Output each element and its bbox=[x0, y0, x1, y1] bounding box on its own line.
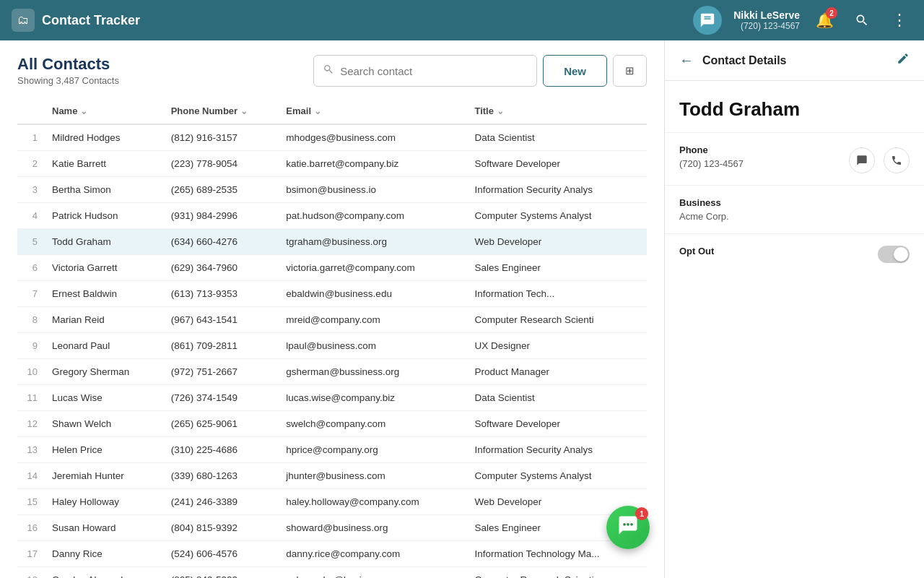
phone-row: Phone (720) 123-4567 bbox=[679, 144, 910, 173]
table-row[interactable]: 7 Ernest Baldwin (613) 713-9353 ebaldwin… bbox=[17, 281, 647, 307]
row-title: Sales Engineer bbox=[468, 255, 647, 281]
table-row[interactable]: 13 Helen Price (310) 225-4686 hprice@com… bbox=[17, 437, 647, 463]
right-panel: ← Contact Details Todd Graham Phone (720… bbox=[664, 40, 924, 578]
row-num: 5 bbox=[17, 229, 46, 255]
row-email: gsherman@bussiness.org bbox=[280, 359, 468, 385]
table-row[interactable]: 8 Marian Reid (967) 643-1541 mreid@compa… bbox=[17, 307, 647, 333]
table-row[interactable]: 18 Carolyn Alexander (805) 849-5902 cale… bbox=[17, 567, 647, 579]
new-contact-button[interactable]: New bbox=[543, 55, 607, 87]
svg-point-3 bbox=[623, 522, 626, 525]
row-phone: (812) 916-3157 bbox=[165, 124, 281, 151]
row-phone: (629) 364-7960 bbox=[165, 255, 281, 281]
call-button[interactable] bbox=[884, 147, 910, 173]
row-name: Gregory Sherman bbox=[46, 359, 165, 385]
row-email: lucas.wise@company.biz bbox=[280, 385, 468, 411]
row-email: lpaul@business.com bbox=[280, 333, 468, 359]
filter-button[interactable]: ⊞ bbox=[613, 55, 647, 87]
sort-name-icon: ⌄ bbox=[80, 106, 87, 116]
svg-point-5 bbox=[630, 522, 633, 525]
row-email: danny.rice@company.com bbox=[280, 541, 468, 567]
row-num: 15 bbox=[17, 489, 46, 515]
table-row[interactable]: 5 Todd Graham (634) 660-4276 tgraham@bus… bbox=[17, 229, 647, 255]
phone-action-icons bbox=[849, 147, 910, 173]
row-num: 13 bbox=[17, 437, 46, 463]
search-input[interactable] bbox=[340, 65, 528, 77]
table-row[interactable]: 3 Bertha Simon (265) 689-2535 bsimon@bus… bbox=[17, 177, 647, 203]
table-row[interactable]: 14 Jeremiah Hunter (339) 680-1263 jhunte… bbox=[17, 463, 647, 489]
table-row[interactable]: 6 Victoria Garrett (629) 364-7960 victor… bbox=[17, 255, 647, 281]
col-num bbox=[17, 98, 46, 124]
col-phone[interactable]: Phone Number ⌄ bbox=[165, 98, 281, 124]
row-name: Shawn Welch bbox=[46, 411, 165, 437]
row-title: Computer Systems Analyst bbox=[468, 203, 647, 229]
business-value: Acme Corp. bbox=[679, 211, 910, 222]
row-email: katie.barret@company.biz bbox=[280, 151, 468, 177]
table-row[interactable]: 12 Shawn Welch (265) 625-9061 swelch@com… bbox=[17, 411, 647, 437]
row-email: hprice@company.org bbox=[280, 437, 468, 463]
row-name: Jeremiah Hunter bbox=[46, 463, 165, 489]
row-phone: (339) 680-1263 bbox=[165, 463, 281, 489]
row-title: Computer Research Scienti bbox=[468, 567, 647, 579]
row-name: Patrick Hudson bbox=[46, 203, 165, 229]
col-title[interactable]: Title ⌄ bbox=[468, 98, 647, 124]
edit-button[interactable] bbox=[897, 52, 910, 69]
notification-bell[interactable]: 🔔 2 bbox=[811, 7, 837, 33]
row-email: ebaldwin@business.edu bbox=[280, 281, 468, 307]
optout-row: Opt Out bbox=[679, 246, 910, 263]
search-box bbox=[313, 55, 537, 87]
phone-section: Phone (720) 123-4567 bbox=[665, 132, 924, 185]
row-title: Information Security Analys bbox=[468, 177, 647, 203]
table-row[interactable]: 11 Lucas Wise (726) 374-1549 lucas.wise@… bbox=[17, 385, 647, 411]
row-title: Web Developer bbox=[468, 229, 647, 255]
table-row[interactable]: 4 Patrick Hudson (931) 984-2996 pat.huds… bbox=[17, 203, 647, 229]
row-name: Marian Reid bbox=[46, 307, 165, 333]
table-row[interactable]: 9 Leonard Paul (861) 709-2811 lpaul@busi… bbox=[17, 333, 647, 359]
top-nav: 🗂 Contact Tracker Nikki LeServe (720) 12… bbox=[0, 0, 924, 40]
row-num: 9 bbox=[17, 333, 46, 359]
chat-nav-icon[interactable] bbox=[693, 6, 722, 35]
table-row[interactable]: 2 Katie Barrett (223) 778-9054 katie.bar… bbox=[17, 151, 647, 177]
user-name: Nikki LeServe bbox=[733, 9, 800, 21]
more-options-button[interactable]: ⋮ bbox=[886, 7, 912, 33]
contacts-subtitle: Showing 3,487 Contacts bbox=[17, 75, 313, 86]
row-phone: (265) 689-2535 bbox=[165, 177, 281, 203]
sms-button[interactable] bbox=[849, 147, 875, 173]
row-email: jhunter@business.com bbox=[280, 463, 468, 489]
back-button[interactable]: ← bbox=[679, 52, 694, 69]
row-email: showard@business.org bbox=[280, 515, 468, 541]
row-name: Katie Barrett bbox=[46, 151, 165, 177]
svg-point-1 bbox=[707, 20, 709, 22]
row-title: Information Tech... bbox=[468, 281, 647, 307]
row-phone: (634) 660-4276 bbox=[165, 229, 281, 255]
table-row[interactable]: 16 Susan Howard (804) 815-9392 showard@b… bbox=[17, 515, 647, 541]
notification-badge: 2 bbox=[826, 7, 837, 19]
table-row[interactable]: 1 Mildred Hodges (812) 916-3157 mhodges@… bbox=[17, 124, 647, 151]
table-row[interactable]: 17 Danny Rice (524) 606-4576 danny.rice@… bbox=[17, 541, 647, 567]
row-phone: (265) 625-9061 bbox=[165, 411, 281, 437]
row-email: mhodges@business.com bbox=[280, 124, 468, 151]
row-name: Haley Holloway bbox=[46, 489, 165, 515]
row-email: victoria.garret@company.com bbox=[280, 255, 468, 281]
row-email: mreid@company.com bbox=[280, 307, 468, 333]
main-layout: All Contacts Showing 3,487 Contacts New … bbox=[0, 40, 924, 578]
table-row[interactable]: 15 Haley Holloway (241) 246-3389 haley.h… bbox=[17, 489, 647, 515]
col-email[interactable]: Email ⌄ bbox=[280, 98, 468, 124]
row-title: Data Scientist bbox=[468, 385, 647, 411]
search-nav-button[interactable] bbox=[849, 7, 875, 33]
nav-right: Nikki LeServe (720) 123-4567 🔔 2 ⋮ bbox=[693, 6, 912, 35]
table-row[interactable]: 10 Gregory Sherman (972) 751-2667 gsherm… bbox=[17, 359, 647, 385]
row-phone: (613) 713-9353 bbox=[165, 281, 281, 307]
floating-chat-button[interactable]: 1 bbox=[606, 506, 650, 549]
business-section: Business Acme Corp. bbox=[665, 185, 924, 233]
contacts-table: Name ⌄ Phone Number ⌄ Em bbox=[17, 98, 647, 578]
row-name: Helen Price bbox=[46, 437, 165, 463]
row-name: Mildred Hodges bbox=[46, 124, 165, 151]
row-title: Computer Research Scienti bbox=[468, 307, 647, 333]
row-name: Leonard Paul bbox=[46, 333, 165, 359]
sort-phone-icon: ⌄ bbox=[240, 106, 248, 116]
opt-out-toggle[interactable] bbox=[878, 246, 910, 263]
col-name[interactable]: Name ⌄ bbox=[46, 98, 165, 124]
row-phone: (524) 606-4576 bbox=[165, 541, 281, 567]
row-name: Danny Rice bbox=[46, 541, 165, 567]
row-name: Carolyn Alexander bbox=[46, 567, 165, 579]
